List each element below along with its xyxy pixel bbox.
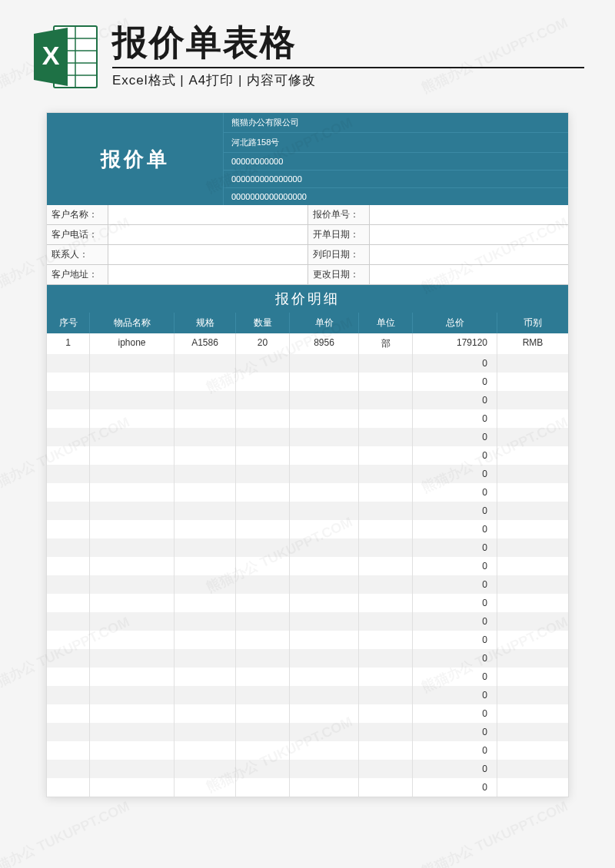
cell-spec[interactable] <box>175 686 236 704</box>
cell-item-name[interactable] <box>90 704 175 723</box>
cell-no[interactable] <box>47 373 90 391</box>
cell-spec[interactable] <box>175 760 236 778</box>
cell-qty[interactable] <box>236 391 290 409</box>
table-row[interactable]: 0 <box>47 483 568 502</box>
cell-no[interactable] <box>47 557 90 575</box>
cell-qty[interactable] <box>236 538 290 557</box>
cell-item-name[interactable] <box>90 631 175 649</box>
cell-currency[interactable] <box>497 391 568 409</box>
cell-spec[interactable] <box>175 354 236 373</box>
cell-currency[interactable] <box>497 723 568 741</box>
cell-total[interactable]: 0 <box>413 760 497 778</box>
cell-spec[interactable] <box>175 373 236 391</box>
cell-total[interactable]: 0 <box>413 741 497 760</box>
cell-qty[interactable] <box>236 409 290 428</box>
cell-no[interactable] <box>47 778 90 797</box>
table-row[interactable]: 0 <box>47 649 568 668</box>
cell-unit[interactable] <box>359 741 413 760</box>
cell-unit[interactable] <box>359 373 413 391</box>
table-row[interactable]: 0 <box>47 428 568 446</box>
cell-currency[interactable] <box>497 538 568 557</box>
cell-spec[interactable] <box>175 428 236 446</box>
cell-price[interactable]: 8956 <box>290 333 359 354</box>
cell-qty[interactable] <box>236 575 290 594</box>
cell-no[interactable]: 1 <box>47 333 90 354</box>
cell-no[interactable] <box>47 649 90 668</box>
cell-item-name[interactable] <box>90 446 175 465</box>
cell-item-name[interactable] <box>90 557 175 575</box>
cell-no[interactable] <box>47 631 90 649</box>
cell-qty[interactable] <box>236 631 290 649</box>
cell-qty[interactable] <box>236 704 290 723</box>
cell-unit[interactable] <box>359 575 413 594</box>
table-row[interactable]: 0 <box>47 668 568 686</box>
cell-no[interactable] <box>47 686 90 704</box>
cell-unit[interactable] <box>359 391 413 409</box>
cell-spec[interactable]: A1586 <box>175 333 236 354</box>
table-row[interactable]: 0 <box>47 612 568 631</box>
cell-qty[interactable] <box>236 373 290 391</box>
cell-item-name[interactable] <box>90 538 175 557</box>
cell-price[interactable] <box>290 612 359 631</box>
cell-item-name[interactable] <box>90 409 175 428</box>
cell-price[interactable] <box>290 391 359 409</box>
cell-price[interactable] <box>290 704 359 723</box>
cell-price[interactable] <box>290 575 359 594</box>
cell-currency[interactable] <box>497 686 568 704</box>
cell-item-name[interactable] <box>90 778 175 797</box>
cell-qty[interactable] <box>236 686 290 704</box>
table-row[interactable]: 0 <box>47 631 568 649</box>
cell-price[interactable] <box>290 354 359 373</box>
cell-total[interactable]: 0 <box>413 502 497 520</box>
meta-value-left[interactable] <box>108 205 308 225</box>
cell-spec[interactable] <box>175 465 236 483</box>
cell-unit[interactable] <box>359 594 413 612</box>
cell-no[interactable] <box>47 668 90 686</box>
cell-price[interactable] <box>290 502 359 520</box>
cell-total[interactable]: 0 <box>413 538 497 557</box>
cell-total[interactable]: 0 <box>413 520 497 538</box>
table-row[interactable]: 1iphoneA1586208956部179120RMB <box>47 333 568 354</box>
cell-item-name[interactable] <box>90 465 175 483</box>
cell-price[interactable] <box>290 741 359 760</box>
cell-no[interactable] <box>47 483 90 502</box>
cell-total[interactable]: 0 <box>413 723 497 741</box>
cell-currency[interactable] <box>497 520 568 538</box>
cell-item-name[interactable] <box>90 520 175 538</box>
cell-currency[interactable] <box>497 704 568 723</box>
cell-no[interactable] <box>47 723 90 741</box>
cell-price[interactable] <box>290 465 359 483</box>
cell-qty[interactable]: 20 <box>236 333 290 354</box>
cell-no[interactable] <box>47 741 90 760</box>
cell-currency[interactable] <box>497 465 568 483</box>
cell-spec[interactable] <box>175 575 236 594</box>
cell-item-name[interactable] <box>90 649 175 668</box>
cell-currency[interactable] <box>497 428 568 446</box>
cell-price[interactable] <box>290 428 359 446</box>
cell-total[interactable]: 0 <box>413 446 497 465</box>
table-row[interactable]: 0 <box>47 723 568 741</box>
cell-unit[interactable] <box>359 631 413 649</box>
table-row[interactable]: 0 <box>47 520 568 538</box>
cell-price[interactable] <box>290 649 359 668</box>
cell-currency[interactable] <box>497 557 568 575</box>
cell-price[interactable] <box>290 778 359 797</box>
cell-currency[interactable] <box>497 612 568 631</box>
cell-item-name[interactable] <box>90 373 175 391</box>
cell-item-name[interactable] <box>90 575 175 594</box>
meta-value-right[interactable] <box>370 265 569 285</box>
cell-spec[interactable] <box>175 391 236 409</box>
cell-qty[interactable] <box>236 483 290 502</box>
cell-currency[interactable] <box>497 594 568 612</box>
cell-unit[interactable] <box>359 649 413 668</box>
cell-unit[interactable] <box>359 668 413 686</box>
cell-item-name[interactable] <box>90 723 175 741</box>
cell-item-name[interactable] <box>90 354 175 373</box>
cell-unit[interactable] <box>359 428 413 446</box>
cell-spec[interactable] <box>175 741 236 760</box>
cell-spec[interactable] <box>175 502 236 520</box>
cell-currency[interactable] <box>497 668 568 686</box>
cell-total[interactable]: 179120 <box>413 333 497 354</box>
cell-unit[interactable] <box>359 760 413 778</box>
cell-price[interactable] <box>290 409 359 428</box>
